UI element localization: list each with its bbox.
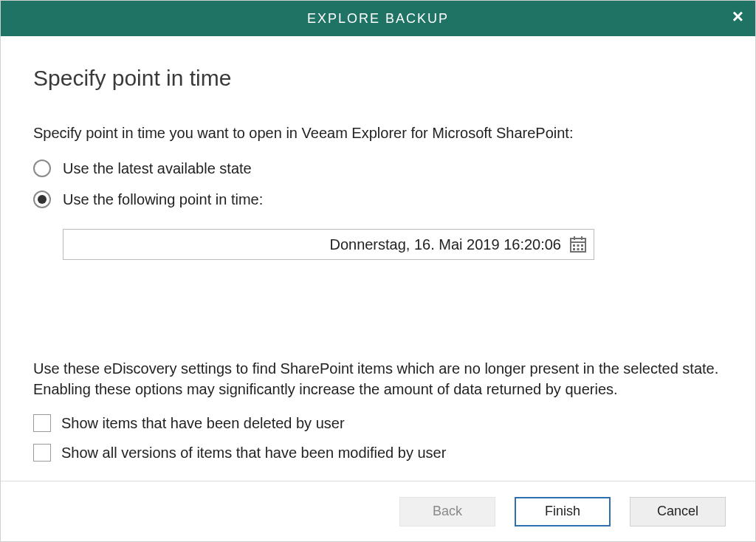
svg-rect-8 <box>577 248 580 250</box>
radio-latest-label: Use the latest available state <box>63 160 252 177</box>
date-field-container: Donnerstag, 16. Mai 2019 16:20:06 <box>63 229 723 260</box>
svg-rect-7 <box>573 248 575 250</box>
finish-button[interactable]: Finish <box>515 497 611 526</box>
ediscovery-section: Use these eDiscovery settings to find Sh… <box>33 299 723 473</box>
svg-rect-3 <box>581 236 583 240</box>
svg-rect-6 <box>581 244 583 247</box>
cancel-button-label: Cancel <box>657 504 698 519</box>
checkbox-icon <box>33 444 51 462</box>
radio-specific-point[interactable]: Use the following point in time: <box>33 191 723 208</box>
titlebar: EXPLORE BACKUP × <box>1 1 755 36</box>
page-title: Specify point in time <box>33 66 723 91</box>
window-title: EXPLORE BACKUP <box>307 11 449 27</box>
ediscovery-intro: Use these eDiscovery settings to find Sh… <box>33 299 723 399</box>
explore-backup-dialog: EXPLORE BACKUP × Specify point in time S… <box>0 0 756 542</box>
radio-icon <box>33 191 51 208</box>
calendar-icon[interactable] <box>570 236 586 253</box>
svg-rect-9 <box>581 248 583 250</box>
finish-button-label: Finish <box>545 504 580 519</box>
back-button[interactable]: Back <box>399 497 495 526</box>
svg-rect-2 <box>574 236 575 240</box>
checkbox-show-versions[interactable]: Show all versions of items that have bee… <box>33 444 723 462</box>
close-icon[interactable]: × <box>732 7 745 26</box>
svg-rect-5 <box>577 244 580 247</box>
checkbox-show-deleted[interactable]: Show items that have been deleted by use… <box>33 414 723 432</box>
radio-icon <box>33 159 51 177</box>
content-area: Specify point in time Specify point in t… <box>1 36 755 481</box>
checkbox-icon <box>33 414 51 432</box>
cancel-button[interactable]: Cancel <box>630 497 726 526</box>
radio-specific-label: Use the following point in time: <box>63 191 263 208</box>
footer: Back Finish Cancel <box>1 481 755 541</box>
intro-text: Specify point in time you want to open i… <box>33 125 723 142</box>
checkbox-show-deleted-label: Show items that have been deleted by use… <box>61 415 345 432</box>
radio-latest-state[interactable]: Use the latest available state <box>33 159 723 177</box>
point-in-time-value: Donnerstag, 16. Mai 2019 16:20:06 <box>71 236 570 253</box>
back-button-label: Back <box>433 504 462 519</box>
point-in-time-input[interactable]: Donnerstag, 16. Mai 2019 16:20:06 <box>63 229 594 260</box>
svg-rect-4 <box>573 244 575 247</box>
checkbox-show-versions-label: Show all versions of items that have bee… <box>61 445 446 462</box>
